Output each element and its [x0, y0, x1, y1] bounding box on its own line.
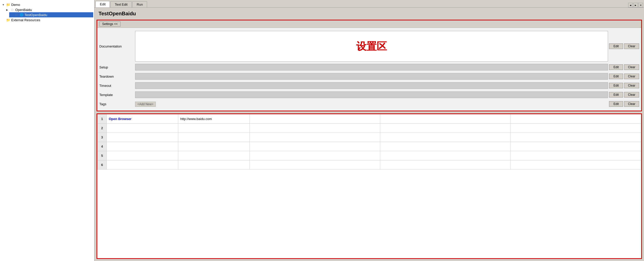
tree-item-externalresources[interactable]: 📁 External Resources: [5, 17, 93, 22]
table-row[interactable]: 1Open Browserhttp://www.baidu.com: [98, 114, 641, 124]
tags-field: <Add New>: [135, 102, 608, 106]
timeout-field: [135, 82, 608, 89]
timeout-btn-group: Edit Clear: [609, 83, 639, 88]
settings-label-tags: Tags: [99, 102, 135, 106]
setup-clear-button[interactable]: Clear: [624, 64, 639, 70]
table-row[interactable]: 5: [98, 151, 641, 160]
keyword-cell[interactable]: [107, 151, 178, 160]
table-row[interactable]: 4: [98, 142, 641, 151]
data-cell-4[interactable]: [380, 133, 511, 142]
teardown-input[interactable]: [135, 73, 608, 80]
data-cell-2[interactable]: [178, 142, 250, 151]
data-cell-5[interactable]: [511, 124, 641, 133]
doc-edit-button[interactable]: Edit: [609, 43, 623, 49]
tags-clear-button[interactable]: Clear: [624, 101, 639, 107]
right-panel: Edit Text Edit Run ◄ ► ✕ TestOpenBaidu S…: [94, 0, 644, 261]
data-cell-4[interactable]: [380, 114, 511, 124]
data-cell-5[interactable]: [511, 114, 641, 124]
keyword-cell[interactable]: Open Browser: [107, 114, 178, 124]
setup-input[interactable]: [135, 64, 608, 70]
template-clear-button[interactable]: Clear: [624, 92, 639, 98]
tab-bar: Edit Text Edit Run ◄ ► ✕: [94, 0, 644, 8]
template-field: [135, 91, 608, 98]
settings-panel: Settings << Documentation 设置区 Edit Clear: [97, 20, 642, 111]
tags-add-button[interactable]: <Add New>: [135, 102, 156, 107]
doc-btn-group: Edit Clear: [609, 43, 639, 49]
settings-row-setup: Setup Edit Clear: [97, 63, 641, 72]
setup-edit-button[interactable]: Edit: [609, 64, 623, 70]
tab-nav-back[interactable]: ◄: [628, 3, 633, 7]
tab-nav-close[interactable]: ✕: [638, 3, 643, 7]
data-cell-2[interactable]: [178, 133, 250, 142]
settings-row-tags: Tags <Add New> Edit Clear: [97, 99, 641, 109]
settings-toggle-button[interactable]: Settings <<: [99, 21, 121, 27]
template-input[interactable]: [135, 91, 608, 98]
setup-field: [135, 64, 608, 70]
tab-edit[interactable]: Edit: [96, 1, 110, 7]
doc-clear-button[interactable]: Clear: [624, 43, 639, 49]
teardown-clear-button[interactable]: Clear: [624, 74, 639, 79]
data-table: 1Open Browserhttp://www.baidu.com23456: [97, 114, 641, 170]
tab-nav: ◄ ► ✕: [628, 3, 644, 7]
keyword-cell[interactable]: [107, 160, 178, 170]
file-icon-testopenbaidu: □: [14, 13, 18, 17]
settings-row-timeout: Timeout Edit Clear: [97, 81, 641, 90]
row-number: 4: [98, 142, 107, 151]
data-cell-5[interactable]: [511, 142, 641, 151]
tags-edit-button[interactable]: Edit: [609, 101, 623, 107]
data-cell-2[interactable]: [178, 160, 250, 170]
globe-icon-testopenbaidu: 🌐: [19, 13, 23, 17]
row-number: 6: [98, 160, 107, 170]
keyword-cell[interactable]: [107, 142, 178, 151]
table-row[interactable]: 2: [98, 124, 641, 133]
teardown-field: [135, 73, 608, 80]
settings-label-documentation: Documentation: [99, 44, 135, 48]
tree-item-testopenbaidu[interactable]: □ 🌐 TestOpenBaidu: [9, 12, 93, 17]
template-edit-button[interactable]: Edit: [609, 92, 623, 98]
row-number: 2: [98, 124, 107, 133]
data-cell-2[interactable]: http://www.baidu.com: [178, 114, 250, 124]
expand-openbaidu: ▶: [6, 8, 9, 11]
data-cell-4[interactable]: [380, 124, 511, 133]
tree-item-demo[interactable]: ▼ 📁 Demo: [1, 2, 93, 7]
tab-nav-forward[interactable]: ►: [633, 3, 638, 7]
keyword-cell[interactable]: [107, 124, 178, 133]
main-content: TestOpenBaidu Settings << Documentation …: [94, 8, 644, 261]
data-cell-4[interactable]: [380, 142, 511, 151]
table-row[interactable]: 6: [98, 160, 641, 170]
data-cell-2[interactable]: [178, 151, 250, 160]
tree-label-demo: Demo: [11, 3, 20, 7]
folder-icon-demo: 📁: [6, 3, 10, 7]
table-row[interactable]: 3: [98, 133, 641, 142]
timeout-edit-button[interactable]: Edit: [609, 83, 623, 88]
data-cell-3[interactable]: [250, 151, 380, 160]
left-panel: ▼ 📁 Demo ▶ □ OpenBaidu □ 🌐 TestOpenBaidu…: [0, 0, 94, 261]
settings-row-teardown: Teardown Edit Clear: [97, 72, 641, 81]
data-cell-3[interactable]: [250, 114, 380, 124]
settings-label-teardown: Teardown: [99, 75, 135, 78]
keyword-cell[interactable]: [107, 133, 178, 142]
tab-run[interactable]: Run: [132, 1, 147, 7]
timeout-input[interactable]: [135, 82, 608, 89]
data-cell-3[interactable]: [250, 160, 380, 170]
data-cell-5[interactable]: [511, 151, 641, 160]
data-cell-4[interactable]: [380, 151, 511, 160]
settings-label-setup: Setup: [99, 65, 135, 69]
template-btn-group: Edit Clear: [609, 92, 639, 98]
data-cell-5[interactable]: [511, 133, 641, 142]
settings-label-template: Template: [99, 93, 135, 97]
data-cell-2[interactable]: [178, 124, 250, 133]
data-cell-3[interactable]: [250, 142, 380, 151]
data-cell-3[interactable]: [250, 133, 380, 142]
teardown-edit-button[interactable]: Edit: [609, 74, 623, 79]
row-number: 5: [98, 151, 107, 160]
data-cell-3[interactable]: [250, 124, 380, 133]
timeout-clear-button[interactable]: Clear: [624, 83, 639, 88]
tab-textedit[interactable]: Text Edit: [110, 1, 132, 7]
documentation-area[interactable]: 设置区: [135, 31, 608, 62]
tree-item-openbaidu[interactable]: ▶ □ OpenBaidu: [5, 7, 93, 12]
data-table-panel: 1Open Browserhttp://www.baidu.com23456: [97, 113, 642, 259]
data-cell-4[interactable]: [380, 160, 511, 170]
file-icon-openbaidu: □: [10, 8, 14, 12]
data-cell-5[interactable]: [511, 160, 641, 170]
